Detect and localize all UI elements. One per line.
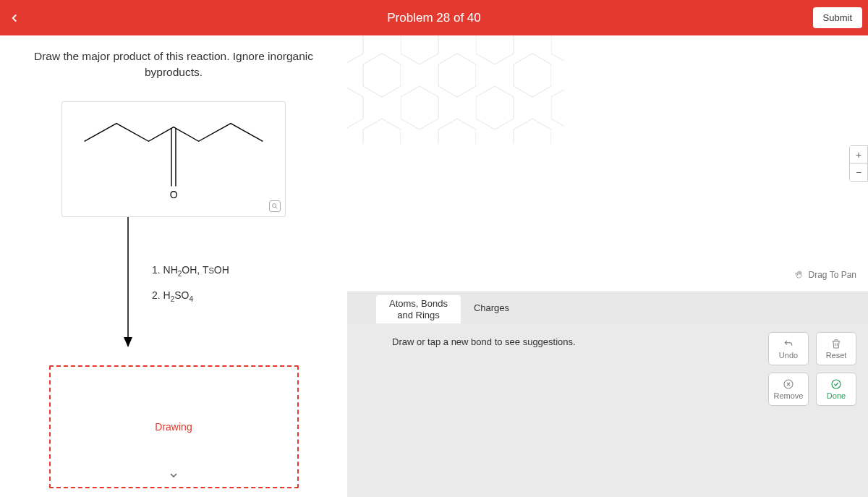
hex-grid-background xyxy=(347,35,564,144)
molecule-structure: O xyxy=(62,102,285,216)
oxygen-label: O xyxy=(170,190,178,201)
svg-marker-5 xyxy=(124,337,132,347)
svg-rect-6 xyxy=(347,35,564,144)
reset-button[interactable]: Reset xyxy=(816,332,856,365)
x-circle-icon xyxy=(783,378,794,390)
zoom-in-button[interactable]: + xyxy=(850,146,867,163)
reagent-2: 2. H2SO4 xyxy=(152,289,229,303)
reaction-arrow-icon xyxy=(123,217,133,347)
drawing-drop-zone[interactable]: Drawing xyxy=(49,365,299,488)
zoom-controls: + − xyxy=(849,145,868,182)
reagent-1: 1. NH2OH, TSOH xyxy=(152,264,229,278)
reaction-arrow-section: 1. NH2OH, TSOH 2. H2SO4 xyxy=(29,217,318,351)
app-header: Problem 28 of 40 Submit xyxy=(0,0,868,35)
magnify-icon xyxy=(271,203,278,210)
editor-panel: Drag To Pan + − Atoms, Bonds and Rings C… xyxy=(347,35,868,497)
zoom-out-button[interactable]: − xyxy=(850,163,867,181)
check-circle-icon xyxy=(830,378,842,390)
action-buttons: Undo Reset Remove Done xyxy=(768,332,856,406)
tab-charges[interactable]: Charges xyxy=(461,292,522,323)
tool-tabs: Atoms, Bonds and Rings Charges xyxy=(347,292,868,323)
back-button[interactable] xyxy=(0,0,29,35)
trash-icon xyxy=(830,338,842,349)
tool-panel: Draw or tap a new bond to see suggestion… xyxy=(347,323,868,497)
undo-icon xyxy=(783,338,794,349)
problem-panel: Draw the major product of this reaction.… xyxy=(0,35,347,497)
drawing-canvas[interactable]: Drag To Pan + − xyxy=(347,35,868,292)
page-title: Problem 28 of 40 xyxy=(387,11,480,25)
arrow-left-icon xyxy=(8,12,21,25)
hand-icon xyxy=(794,270,804,280)
chevron-down-icon xyxy=(168,470,179,481)
svg-point-2 xyxy=(273,204,276,208)
done-button[interactable]: Done xyxy=(816,373,856,406)
drawing-label: Drawing xyxy=(155,421,192,433)
svg-line-3 xyxy=(276,208,277,209)
molecule-viewer: O xyxy=(61,101,286,217)
drag-pan-hint: Drag To Pan xyxy=(794,270,857,280)
tab-atoms-bonds[interactable]: Atoms, Bonds and Rings xyxy=(376,295,461,323)
instruction-text: Draw the major product of this reaction.… xyxy=(29,48,318,80)
main-content: Draw the major product of this reaction.… xyxy=(0,35,868,497)
svg-point-8 xyxy=(832,380,841,388)
reagent-list: 1. NH2OH, TSOH 2. H2SO4 xyxy=(152,264,229,315)
submit-button[interactable]: Submit xyxy=(813,7,862,28)
zoom-molecule-button[interactable] xyxy=(269,200,281,212)
remove-button[interactable]: Remove xyxy=(768,373,809,406)
undo-button[interactable]: Undo xyxy=(768,332,809,365)
